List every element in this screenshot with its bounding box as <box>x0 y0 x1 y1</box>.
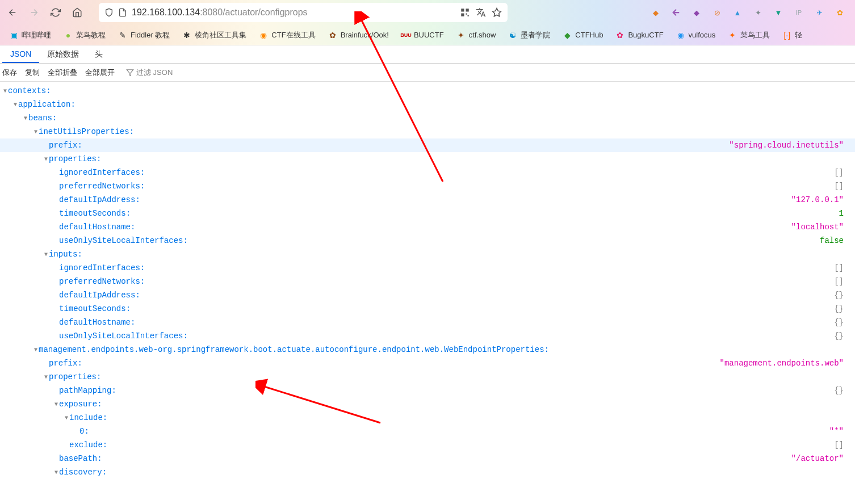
bookmark-fiddler[interactable]: ✎Fiddler 教程 <box>114 28 174 43</box>
chevron-down-icon[interactable]: ▼ <box>53 469 59 476</box>
chevron-down-icon[interactable]: ▼ <box>12 102 18 108</box>
viewer-tabs: JSON 原始数据 头 <box>0 45 855 64</box>
toolbar-copy[interactable]: 复制 <box>25 68 40 78</box>
chevron-down-icon[interactable]: ▼ <box>43 374 49 380</box>
svg-marker-6 <box>127 69 133 75</box>
bookmark-star-icon[interactable] <box>492 7 502 18</box>
ext-icon-9[interactable]: ✈ <box>813 6 825 19</box>
chevron-down-icon[interactable]: ▼ <box>64 415 69 421</box>
nav-bar: 192.168.100.134:8080/actuator/configprop… <box>0 0 855 25</box>
json-value: {} <box>834 331 855 341</box>
json-value: "spring.cloud.inetutils" <box>729 141 855 150</box>
json-row-mgmt-prefix[interactable]: prefix:"management.endpoints.web" <box>0 356 855 370</box>
json-row-beans[interactable]: ▼beans: <box>0 111 855 125</box>
svg-rect-1 <box>466 9 469 11</box>
json-row-inputs-defaultip[interactable]: defaultIpAddress:{} <box>0 288 855 302</box>
bookmark-ctfshow[interactable]: ✦ctf.show <box>452 28 501 42</box>
ext-icon-2[interactable] <box>670 6 682 19</box>
file-icon <box>118 8 127 17</box>
json-value: false <box>820 236 855 245</box>
json-value: {} <box>834 291 855 300</box>
json-row-properties[interactable]: ▼properties: <box>0 152 855 166</box>
chevron-down-icon[interactable]: ▼ <box>33 129 39 135</box>
json-row-preferrednetworks[interactable]: preferredNetworks:[] <box>0 179 855 193</box>
json-row-basepath[interactable]: basePath:"/actuator" <box>0 452 855 465</box>
bookmarks-bar: ▣哔哩哔哩 ●菜鸟教程 ✎Fiddler 教程 ✱棱角社区工具集 ◉CTF在线工… <box>0 25 855 45</box>
json-row-mgmt[interactable]: ▼management.endpoints.web-org.springfram… <box>0 343 855 356</box>
bookmark-more[interactable]: [·]轻 <box>778 28 807 43</box>
chevron-down-icon[interactable]: ▼ <box>43 156 49 162</box>
json-row-inputs-useonly[interactable]: useOnlySiteLocalInterfaces:{} <box>0 329 855 343</box>
json-row-pathmapping[interactable]: pathMapping:{} <box>0 384 855 397</box>
bookmark-runoob-tools[interactable]: ✦菜鸟工具 <box>723 28 774 43</box>
json-row-useonly[interactable]: useOnlySiteLocalInterfaces:false <box>0 234 855 247</box>
ext-icon-10[interactable]: ✿ <box>833 6 846 19</box>
json-row-inputs-ignored[interactable]: ignoredInterfaces:[] <box>0 261 855 275</box>
translate-icon[interactable] <box>476 7 486 18</box>
json-row-contexts[interactable]: ▼contexts: <box>0 84 855 98</box>
json-row-prefix[interactable]: prefix:"spring.cloud.inetutils" <box>0 138 855 152</box>
json-value: "/actuator" <box>791 454 855 463</box>
json-row-exposure[interactable]: ▼exposure: <box>0 397 855 411</box>
bookmark-ctfhub[interactable]: ◆CTFHub <box>558 28 607 42</box>
url-text: 192.168.100.134:8080/actuator/configprop… <box>132 7 455 18</box>
bookmark-brainfuck[interactable]: ✿Brainfuck/Ook! <box>324 28 393 42</box>
ext-icon-5[interactable]: ▲ <box>731 6 744 19</box>
ext-icon-3[interactable]: ◆ <box>690 6 703 19</box>
json-value: [] <box>834 168 855 177</box>
bookmark-ctftools[interactable]: ◉CTF在线工具 <box>254 28 320 43</box>
json-row-discovery[interactable]: ▼discovery: <box>0 465 855 479</box>
bookmark-runoob[interactable]: ●菜鸟教程 <box>59 28 110 43</box>
toolbar-collapse[interactable]: 全部折叠 <box>48 68 77 78</box>
json-value: {} <box>834 304 855 313</box>
reload-button[interactable] <box>48 5 64 20</box>
json-row-inputs-timeout[interactable]: timeoutSeconds:{} <box>0 302 855 316</box>
json-row-application[interactable]: ▼application: <box>0 98 855 111</box>
json-row-inputs[interactable]: ▼inputs: <box>0 247 855 261</box>
json-value: "127.0.0.1" <box>791 195 855 204</box>
json-row-ignoredinterfaces[interactable]: ignoredInterfaces:[] <box>0 166 855 179</box>
json-row-inputs-preferred[interactable]: preferredNetworks:[] <box>0 275 855 288</box>
ext-icon-1[interactable]: ◆ <box>649 6 662 19</box>
json-row-exclude[interactable]: exclude:[] <box>0 438 855 452</box>
toolbar-save[interactable]: 保存 <box>2 68 17 78</box>
json-row-defaulthostname[interactable]: defaultHostname:"localhost" <box>0 220 855 234</box>
chevron-down-icon[interactable]: ▼ <box>2 88 8 94</box>
svg-rect-2 <box>461 14 464 16</box>
json-row-mgmt-properties[interactable]: ▼properties: <box>0 370 855 384</box>
json-row-inputs-hostname[interactable]: defaultHostname:{} <box>0 316 855 329</box>
home-button[interactable] <box>69 5 85 20</box>
svg-rect-0 <box>461 9 464 11</box>
toolbar-expand[interactable]: 全部展开 <box>85 68 115 78</box>
url-bar[interactable]: 192.168.100.134:8080/actuator/configprop… <box>99 3 508 22</box>
json-value: [] <box>834 182 855 191</box>
tab-headers[interactable]: 头 <box>87 46 111 63</box>
bookmark-bilibili[interactable]: ▣哔哩哔哩 <box>5 28 56 43</box>
json-row-include[interactable]: ▼include: <box>0 411 855 425</box>
forward-button[interactable] <box>26 5 42 20</box>
ext-icon-8[interactable]: IP <box>793 6 805 19</box>
ext-icon-4[interactable]: ⊘ <box>711 6 723 19</box>
bookmark-vulfocus[interactable]: ◉vulfocus <box>672 28 720 42</box>
bookmark-bugku[interactable]: ✿BugkuCTF <box>611 28 668 42</box>
json-row-timeout[interactable]: timeoutSeconds:1 <box>0 207 855 220</box>
json-row-inetutils[interactable]: ▼inetUtilsProperties: <box>0 125 855 138</box>
tab-raw[interactable]: 原始数据 <box>39 46 87 63</box>
bookmark-mozhe[interactable]: ☯墨者学院 <box>504 28 555 43</box>
json-value: "localhost" <box>791 222 855 232</box>
chevron-down-icon[interactable]: ▼ <box>33 347 39 353</box>
tab-json[interactable]: JSON <box>2 46 39 63</box>
chevron-down-icon[interactable]: ▼ <box>43 251 49 258</box>
qr-icon[interactable] <box>460 7 470 18</box>
bookmark-buuctf[interactable]: BUUBUUCTF <box>397 28 449 42</box>
json-row-include-0[interactable]: 0:"*" <box>0 425 855 438</box>
bookmark-lengjiao[interactable]: ✱棱角社区工具集 <box>178 28 251 43</box>
json-value: {} <box>834 318 855 327</box>
back-button[interactable] <box>5 5 20 20</box>
chevron-down-icon[interactable]: ▼ <box>53 401 59 408</box>
ext-icon-6[interactable]: ✦ <box>752 6 764 19</box>
toolbar-filter[interactable]: 过滤 JSON <box>126 68 173 78</box>
chevron-down-icon[interactable]: ▼ <box>23 115 28 121</box>
json-row-defaultip[interactable]: defaultIpAddress:"127.0.0.1" <box>0 193 855 207</box>
ext-icon-7[interactable]: ▼ <box>772 6 785 19</box>
